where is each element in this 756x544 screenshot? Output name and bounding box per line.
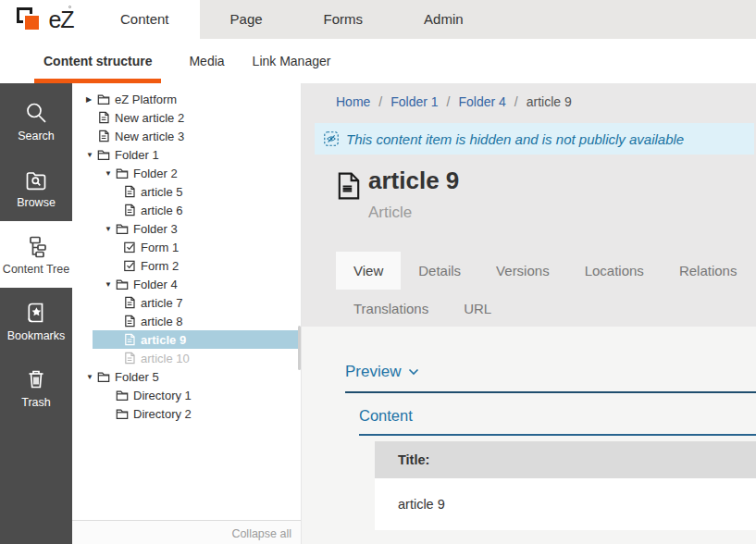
field-name: Title: [375, 441, 756, 478]
search-icon [24, 101, 48, 125]
logo-orange-square [25, 16, 39, 30]
article-icon [123, 333, 136, 346]
tree-item-new-article-3[interactable]: New article 3 [72, 127, 301, 145]
top-bar: eZ ContentPageFormsAdmin [0, 0, 756, 39]
tab-url[interactable]: URL [446, 290, 509, 328]
collapse-arrow-icon[interactable]: ▼ [86, 373, 97, 381]
rail-item-label: Trash [21, 396, 51, 409]
tree-item-label: eZ Platform [115, 93, 177, 106]
rail-item-bookmarks[interactable]: Bookmarks [0, 288, 72, 354]
preview-section-toggle[interactable]: Preview [345, 363, 419, 381]
collapse-all-button[interactable]: Collapse all [231, 527, 291, 540]
ez-logo[interactable]: eZ [0, 0, 90, 39]
breadcrumb-separator: / [378, 94, 382, 109]
field-table: Title:article 9 [375, 441, 756, 530]
tab-details[interactable]: Details [401, 252, 478, 290]
main-nav-tab-content[interactable]: Content [90, 0, 200, 39]
breadcrumb-link-home[interactable]: Home [336, 94, 370, 109]
tree-scrollbar[interactable] [298, 326, 301, 370]
main-nav-tab-page[interactable]: Page [200, 0, 293, 39]
rail-item-search[interactable]: Search [0, 88, 72, 155]
form-icon [123, 259, 136, 272]
tree-item-label: Directory 1 [133, 389, 192, 402]
tab-translations[interactable]: Translations [336, 290, 446, 328]
ez-logo-text: eZ [48, 6, 73, 33]
rail-item-content-tree[interactable]: Content Tree [0, 221, 72, 288]
rail-item-label: Bookmarks [7, 329, 66, 342]
article-icon [123, 185, 136, 198]
article-icon [97, 130, 110, 142]
collapse-arrow-icon[interactable]: ▼ [86, 151, 97, 159]
article-icon [123, 352, 136, 365]
subnav-tab-media[interactable]: Media [189, 39, 224, 83]
folder-icon [116, 222, 129, 235]
tree-item-article-7[interactable]: article 7 [72, 293, 301, 312]
tree-item-label: New article 2 [115, 111, 184, 125]
rail-item-trash[interactable]: Trash [0, 354, 72, 421]
main-nav-tab-admin[interactable]: Admin [393, 0, 494, 39]
bookmarks-icon [24, 301, 48, 325]
tree-item-folder-3[interactable]: ▼Folder 3 [72, 219, 301, 238]
article-icon [337, 172, 361, 200]
tree-item-article-6[interactable]: article 6 [72, 201, 301, 219]
tree-item-ez-platform[interactable]: ▶eZ Platform [72, 90, 301, 108]
content-tree-icon [24, 234, 48, 258]
tree-item-folder-4[interactable]: ▼Folder 4 [72, 275, 301, 293]
tree-item-article-8[interactable]: article 8 [72, 312, 301, 330]
folder-icon [97, 93, 110, 105]
sub-nav: Content structureMediaLink Manager [0, 39, 756, 83]
folder-icon [97, 370, 110, 383]
main-nav: ContentPageFormsAdmin [90, 0, 756, 39]
rail-item-browse[interactable]: Browse [0, 155, 72, 221]
side-rail: SearchBrowseContent TreeBookmarksTrash [0, 83, 72, 544]
field-value: article 9 [375, 478, 756, 530]
tree-item-label: Folder 5 [115, 370, 159, 384]
content-section-heading: Content [359, 407, 413, 425]
breadcrumb-separator: / [514, 94, 518, 109]
article-icon [97, 111, 110, 124]
hidden-content-alert: This content item is hidden and is not p… [315, 123, 754, 155]
tree-item-article-5[interactable]: article 5 [72, 182, 301, 201]
tree-item-form-1[interactable]: Form 1 [72, 238, 301, 256]
subnav-tab-link-manager[interactable]: Link Manager [253, 39, 331, 83]
tree-item-directory-2[interactable]: Directory 2 [72, 404, 301, 423]
tree-item-label: Form 1 [141, 241, 179, 254]
tree-item-directory-1[interactable]: Directory 1 [72, 386, 301, 404]
collapse-arrow-icon[interactable]: ▼ [105, 169, 116, 178]
expand-arrow-icon[interactable]: ▶ [86, 95, 97, 104]
tab-view[interactable]: View [336, 252, 401, 290]
breadcrumb-link-folder-4[interactable]: Folder 4 [459, 94, 506, 109]
tree-item-label: article 9 [141, 333, 186, 347]
trash-icon [24, 367, 48, 391]
form-icon [123, 241, 136, 253]
tree-item-folder-2[interactable]: ▼Folder 2 [72, 164, 301, 182]
collapse-arrow-icon[interactable]: ▼ [105, 280, 116, 289]
breadcrumb-link-folder-1[interactable]: Folder 1 [390, 94, 438, 109]
ez-logo-icon [16, 6, 43, 33]
subnav-tab-content-structure[interactable]: Content structure [34, 39, 161, 83]
tree-item-new-article-2[interactable]: New article 2 [72, 108, 301, 127]
main-nav-tab-forms[interactable]: Forms [293, 0, 394, 39]
tab-relations[interactable]: Relations [662, 252, 755, 290]
article-icon [123, 296, 136, 309]
tree-item-form-2[interactable]: Form 2 [72, 256, 301, 275]
tab-versions[interactable]: Versions [478, 252, 567, 290]
content-tabs: ViewDetailsVersionsLocationsRelationsTra… [336, 252, 756, 328]
tree-item-label: article 10 [141, 352, 190, 365]
tree-item-label: Folder 3 [133, 222, 178, 236]
tree-item-folder-1[interactable]: ▼Folder 1 [72, 145, 301, 164]
collapse-arrow-icon[interactable]: ▼ [105, 225, 116, 233]
browse-icon [24, 167, 48, 192]
breadcrumb-current-article-9: article 9 [527, 94, 572, 109]
content-type-label: Article [368, 204, 412, 222]
rail-item-label: Browse [17, 196, 56, 209]
tree-item-article-9[interactable]: article 9 [72, 330, 301, 349]
tab-locations[interactable]: Locations [567, 252, 662, 290]
alert-text: This content item is hidden and is not p… [346, 131, 684, 147]
page-title: article 9 [368, 167, 459, 195]
folder-icon [97, 148, 110, 161]
folder-icon [116, 407, 129, 420]
tree-item-folder-5[interactable]: ▼Folder 5 [72, 367, 301, 386]
tree-item-label: Folder 4 [133, 278, 178, 291]
tree-item-article-10[interactable]: article 10 [72, 349, 301, 367]
